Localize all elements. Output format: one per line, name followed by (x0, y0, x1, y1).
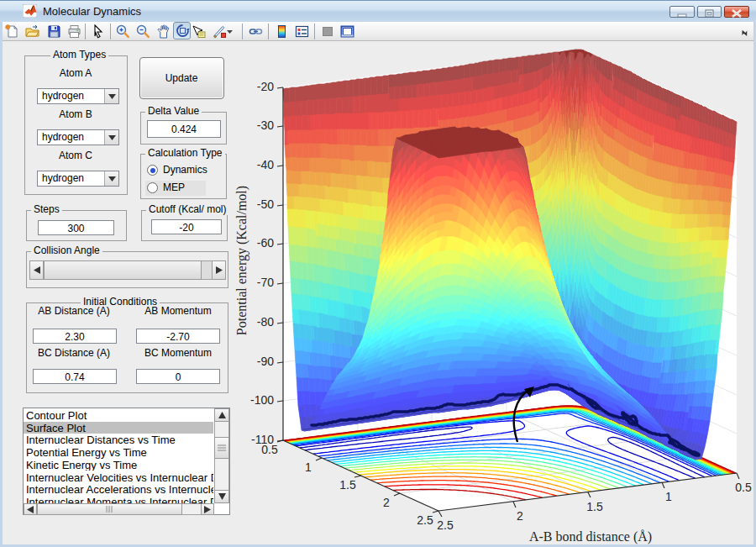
svg-text:-100: -100 (250, 393, 274, 407)
svg-text:-60: -60 (257, 236, 274, 250)
svg-text:0.5: 0.5 (261, 443, 278, 456)
svg-text:0.5: 0.5 (735, 481, 752, 494)
svg-text:2: 2 (517, 509, 523, 523)
svg-text:-30: -30 (257, 118, 274, 132)
svg-text:1: 1 (305, 460, 312, 474)
svg-text:2: 2 (383, 496, 390, 509)
svg-text:-50: -50 (257, 197, 274, 211)
svg-text:1.5: 1.5 (339, 478, 356, 492)
svg-text:2.5: 2.5 (417, 513, 433, 527)
svg-text:1: 1 (665, 490, 672, 503)
svg-text:2.5: 2.5 (437, 518, 454, 532)
svg-text:-80: -80 (257, 315, 274, 329)
svg-text:A-B bond distance (Å): A-B bond distance (Å) (529, 529, 652, 544)
svg-text:1.5: 1.5 (586, 500, 603, 513)
svg-text:-70: -70 (257, 276, 274, 289)
